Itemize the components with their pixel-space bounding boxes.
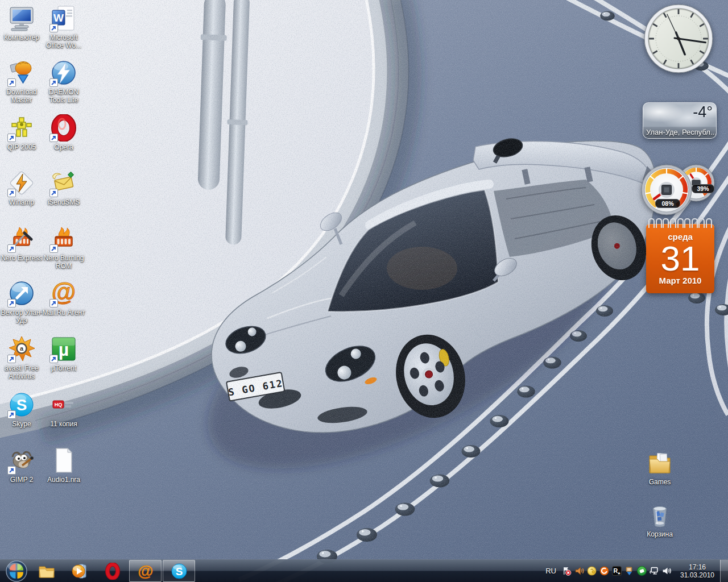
desktop: S GO 612: [0, 0, 728, 582]
skype-glyph: S: [16, 396, 27, 414]
cpu-usage-value: 08%: [655, 199, 680, 208]
icon-label: Skype: [12, 420, 31, 428]
taskbar-mailru-agent-button[interactable]: @: [129, 560, 162, 582]
word-glyph: W: [53, 12, 64, 24]
desktop-icon-games-folder[interactable]: Games: [636, 449, 684, 486]
desktop-icon-nero-express[interactable]: Nero Express: [0, 225, 46, 262]
icon-label: Компьютер: [4, 34, 39, 41]
taskbar: @ S RU: [0, 559, 728, 582]
shortcut-arrow-icon: [49, 244, 58, 253]
icon-label: Opera: [54, 143, 73, 151]
icon-label: Mail.Ru Агент: [43, 309, 85, 317]
desktop-icon-mailru-agent[interactable]: @ Mail.Ru Агент: [40, 280, 88, 317]
icon-label: µTorrent: [51, 364, 76, 372]
taskbar-wmp-button[interactable]: [63, 560, 96, 582]
icon-label: GIMP 2: [10, 476, 33, 484]
desktop-icon-avast[interactable]: a avast! Free Antivirus: [0, 335, 46, 380]
desktop-icon-skype[interactable]: S Skype: [0, 391, 46, 428]
taskbar-clock[interactable]: 17:16 31.03.2010: [677, 563, 718, 579]
downloads-arrow-icon[interactable]: [624, 566, 634, 576]
language-indicator[interactable]: RU: [545, 567, 556, 575]
desktop-icon-opera[interactable]: Opera: [40, 114, 88, 151]
shortcut-arrow-icon: [7, 134, 16, 142]
show-desktop-button[interactable]: [720, 560, 728, 582]
desktop-icon-nero-burning-rom[interactable]: Nero Burning ROM: [40, 225, 88, 270]
desktop-icon-vector-ulan-ude[interactable]: Вектор Улан-Удэ: [0, 280, 46, 325]
start-button[interactable]: [3, 560, 30, 582]
rockstar-star-glyph: ★: [617, 571, 621, 575]
hq-video-icon: HQ: [50, 391, 77, 418]
desktop-icon-word[interactable]: W Microsoft Office Wo...: [40, 5, 88, 49]
calendar-body: среда 31 Март 2010: [646, 224, 714, 293]
rockstar-games-icon[interactable]: R ★: [612, 566, 622, 576]
shortcut-arrow-icon: [7, 299, 16, 307]
shortcut-arrow-icon: [49, 299, 58, 307]
calendar-spiral: [648, 218, 712, 227]
icon-label: Nero Burning ROM: [41, 254, 86, 270]
icon-label: iSendSMS: [48, 198, 80, 206]
avast-glyph: a: [20, 345, 24, 352]
action-center-flag-icon[interactable]: [562, 566, 572, 576]
utorrent-glyph: µ: [59, 339, 69, 360]
weather-gadget[interactable]: -4° Улан-Уде, Республ...: [643, 102, 717, 139]
volume-icon[interactable]: [662, 566, 672, 576]
opera-icon: [105, 563, 121, 580]
taskbar-opera-button[interactable]: [96, 560, 129, 582]
windows-media-player-icon: [71, 563, 88, 580]
desktop-icon-winamp[interactable]: Winamp: [0, 169, 46, 206]
desktop-icon-utorrent[interactable]: µ µTorrent: [40, 335, 88, 372]
desktop-icon-hq-copy[interactable]: HQ 11 копия: [40, 391, 88, 428]
desktop-icon-audio-file[interactable]: Audio1.nra: [40, 447, 88, 484]
volume-mixer-orange-icon[interactable]: [574, 566, 584, 576]
taskbar-skype-button[interactable]: S: [163, 560, 195, 582]
icon-label: Nero Express: [1, 254, 43, 262]
shortcut-arrow-icon: [49, 189, 58, 197]
icon-label: QIP 2005: [7, 143, 36, 151]
icon-label: Audio1.nra: [47, 476, 80, 484]
folder-icon: [646, 449, 673, 476]
desktop-icon-computer[interactable]: Компьютер: [0, 5, 46, 41]
analog-clock-icon: [643, 3, 714, 74]
desktop-icon-daemon-tools[interactable]: DAEMON Tools Lite: [40, 59, 88, 104]
qip-status-icon[interactable]: [587, 566, 597, 576]
icon-label: Games: [649, 478, 671, 486]
hq-glyph: HQ: [55, 402, 63, 408]
skype-icon: S: [170, 562, 188, 580]
shortcut-arrow-icon: [7, 189, 16, 197]
clock-gadget[interactable]: [643, 3, 714, 74]
shortcut-arrow-icon: [7, 244, 16, 253]
mailru-agent-icon: @: [136, 562, 155, 580]
wallpaper: S GO 612: [0, 0, 728, 582]
desktop-icon-qip[interactable]: QIP 2005: [0, 114, 46, 151]
download-master-tray-icon[interactable]: [599, 566, 609, 576]
mailru-taskbar-glyph: @: [138, 562, 153, 580]
weather-location: Улан-Уде, Республ...: [643, 127, 716, 138]
icon-label: Download Master: [0, 88, 44, 104]
desktop-icon-isendsms[interactable]: iSendSMS: [40, 169, 88, 206]
desktop-icon-recycle-bin[interactable]: Корзина: [636, 501, 684, 538]
explorer-icon: [38, 563, 56, 580]
skype-taskbar-glyph: S: [175, 566, 183, 577]
desktop-icon-gimp[interactable]: GIMP 2: [0, 447, 46, 484]
shortcut-arrow-icon: [49, 134, 58, 142]
calendar-gadget[interactable]: среда 31 Март 2010: [646, 219, 714, 293]
recycle-bin-icon: [646, 501, 673, 529]
icon-label: Microsoft Office Wo...: [41, 34, 86, 49]
taskbar-explorer-button[interactable]: [30, 560, 63, 582]
shortcut-arrow-icon: [49, 78, 58, 87]
agent-online-status-icon[interactable]: [637, 566, 647, 576]
shortcut-arrow-icon: [49, 355, 58, 363]
icon-label: avast! Free Antivirus: [0, 364, 44, 380]
icon-label: DAEMON Tools Lite: [41, 88, 86, 104]
shortcut-arrow-icon: [7, 466, 16, 475]
desktop-icon-download-master[interactable]: Download Master: [0, 59, 46, 104]
shortcut-arrow-icon: [7, 355, 16, 363]
icon-label: Winamp: [9, 198, 34, 206]
icon-label: 11 копия: [50, 420, 77, 428]
system-tray: RU R ★: [545, 560, 728, 582]
shortcut-arrow-icon: [7, 410, 16, 419]
network-icon[interactable]: [650, 566, 659, 576]
taskbar-time: 17:16: [677, 563, 718, 571]
shortcut-arrow-icon: [7, 78, 16, 87]
windows-start-icon: [6, 560, 27, 582]
